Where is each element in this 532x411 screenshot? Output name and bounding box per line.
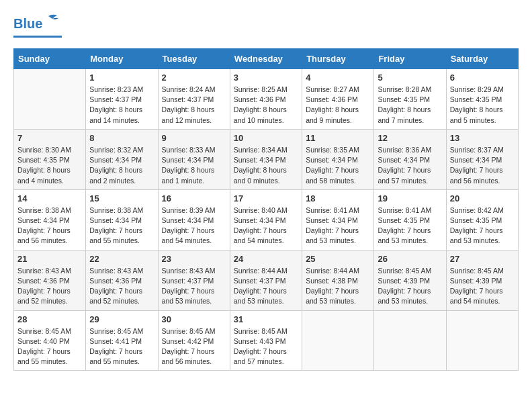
calendar-cell: 26Sunrise: 8:45 AM Sunset: 4:39 PM Dayli… — [374, 250, 446, 310]
day-info: Sunrise: 8:35 AM Sunset: 4:34 PM Dayligh… — [306, 145, 370, 186]
day-number: 6 — [450, 73, 515, 83]
calendar-cell: 25Sunrise: 8:44 AM Sunset: 4:38 PM Dayli… — [302, 250, 374, 310]
day-info: Sunrise: 8:28 AM Sunset: 4:35 PM Dayligh… — [378, 85, 442, 126]
calendar-cell: 18Sunrise: 8:41 AM Sunset: 4:34 PM Dayli… — [302, 189, 374, 250]
day-number: 3 — [234, 73, 298, 83]
day-number: 19 — [378, 193, 442, 203]
calendar-cell: 24Sunrise: 8:44 AM Sunset: 4:37 PM Dayli… — [230, 250, 302, 310]
day-info: Sunrise: 8:23 AM Sunset: 4:37 PM Dayligh… — [89, 85, 154, 126]
day-number: 28 — [17, 314, 82, 324]
logo: Blue — [13, 13, 62, 38]
day-number: 18 — [306, 193, 370, 203]
day-number: 13 — [450, 133, 515, 143]
calendar-cell: 7Sunrise: 8:30 AM Sunset: 4:35 PM Daylig… — [14, 129, 86, 189]
calendar-cell — [446, 310, 518, 371]
day-info: Sunrise: 8:43 AM Sunset: 4:36 PM Dayligh… — [89, 266, 154, 307]
calendar-cell — [374, 310, 446, 371]
day-of-week-header: Wednesday — [230, 49, 302, 69]
day-info: Sunrise: 8:32 AM Sunset: 4:34 PM Dayligh… — [89, 145, 154, 186]
day-info: Sunrise: 8:41 AM Sunset: 4:34 PM Dayligh… — [306, 205, 370, 246]
page-header: Blue — [13, 13, 519, 38]
day-info: Sunrise: 8:37 AM Sunset: 4:34 PM Dayligh… — [450, 145, 515, 186]
calendar-cell: 13Sunrise: 8:37 AM Sunset: 4:34 PM Dayli… — [446, 129, 518, 189]
day-number: 30 — [162, 314, 226, 324]
day-number: 1 — [89, 73, 154, 83]
calendar-week-row: 28Sunrise: 8:45 AM Sunset: 4:40 PM Dayli… — [14, 310, 519, 371]
calendar-cell: 11Sunrise: 8:35 AM Sunset: 4:34 PM Dayli… — [302, 129, 374, 189]
day-info: Sunrise: 8:25 AM Sunset: 4:36 PM Dayligh… — [234, 85, 298, 126]
day-info: Sunrise: 8:44 AM Sunset: 4:38 PM Dayligh… — [306, 266, 370, 307]
day-number: 27 — [450, 254, 515, 264]
calendar-cell: 2Sunrise: 8:24 AM Sunset: 4:37 PM Daylig… — [158, 69, 230, 130]
day-info: Sunrise: 8:38 AM Sunset: 4:34 PM Dayligh… — [17, 205, 82, 246]
day-number: 10 — [234, 133, 298, 143]
calendar-cell — [302, 310, 374, 371]
calendar-cell: 10Sunrise: 8:34 AM Sunset: 4:34 PM Dayli… — [230, 129, 302, 189]
day-info: Sunrise: 8:45 AM Sunset: 4:39 PM Dayligh… — [378, 266, 442, 307]
day-info: Sunrise: 8:45 AM Sunset: 4:40 PM Dayligh… — [17, 326, 82, 367]
calendar-cell: 6Sunrise: 8:29 AM Sunset: 4:35 PM Daylig… — [446, 69, 518, 130]
svg-text:Blue: Blue — [13, 16, 42, 31]
day-number: 20 — [450, 193, 515, 203]
calendar-table: SundayMondayTuesdayWednesdayThursdayFrid… — [13, 48, 519, 371]
day-number: 11 — [306, 133, 370, 143]
calendar-cell: 28Sunrise: 8:45 AM Sunset: 4:40 PM Dayli… — [14, 310, 86, 371]
calendar-cell: 16Sunrise: 8:39 AM Sunset: 4:34 PM Dayli… — [158, 189, 230, 250]
day-info: Sunrise: 8:45 AM Sunset: 4:42 PM Dayligh… — [162, 326, 226, 367]
calendar-week-row: 1Sunrise: 8:23 AM Sunset: 4:37 PM Daylig… — [14, 69, 519, 130]
day-of-week-header: Saturday — [446, 49, 518, 69]
logo-blue-text: Blue — [13, 13, 60, 35]
day-number: 29 — [89, 314, 154, 324]
day-info: Sunrise: 8:42 AM Sunset: 4:35 PM Dayligh… — [450, 205, 515, 246]
calendar-cell: 9Sunrise: 8:33 AM Sunset: 4:34 PM Daylig… — [158, 129, 230, 189]
calendar-cell: 29Sunrise: 8:45 AM Sunset: 4:41 PM Dayli… — [86, 310, 158, 371]
day-info: Sunrise: 8:27 AM Sunset: 4:36 PM Dayligh… — [306, 85, 370, 126]
calendar-cell: 19Sunrise: 8:41 AM Sunset: 4:35 PM Dayli… — [374, 189, 446, 250]
calendar-cell: 30Sunrise: 8:45 AM Sunset: 4:42 PM Dayli… — [158, 310, 230, 371]
day-number: 14 — [17, 193, 82, 203]
calendar-cell: 5Sunrise: 8:28 AM Sunset: 4:35 PM Daylig… — [374, 69, 446, 130]
day-info: Sunrise: 8:45 AM Sunset: 4:41 PM Dayligh… — [89, 326, 154, 367]
day-info: Sunrise: 8:45 AM Sunset: 4:43 PM Dayligh… — [234, 326, 298, 367]
day-info: Sunrise: 8:40 AM Sunset: 4:34 PM Dayligh… — [234, 205, 298, 246]
calendar-cell: 21Sunrise: 8:43 AM Sunset: 4:36 PM Dayli… — [14, 250, 86, 310]
day-number: 12 — [378, 133, 442, 143]
calendar-cell — [14, 69, 86, 130]
day-info: Sunrise: 8:41 AM Sunset: 4:35 PM Dayligh… — [378, 205, 442, 246]
day-number: 4 — [306, 73, 370, 83]
day-number: 16 — [162, 193, 226, 203]
day-info: Sunrise: 8:39 AM Sunset: 4:34 PM Dayligh… — [162, 205, 226, 246]
day-number: 23 — [162, 254, 226, 264]
day-number: 31 — [234, 314, 298, 324]
calendar-week-row: 7Sunrise: 8:30 AM Sunset: 4:35 PM Daylig… — [14, 129, 519, 189]
day-info: Sunrise: 8:45 AM Sunset: 4:39 PM Dayligh… — [450, 266, 515, 307]
day-number: 24 — [234, 254, 298, 264]
day-info: Sunrise: 8:43 AM Sunset: 4:37 PM Dayligh… — [162, 266, 226, 307]
day-of-week-header: Friday — [374, 49, 446, 69]
day-number: 21 — [17, 254, 82, 264]
day-number: 5 — [378, 73, 442, 83]
day-number: 25 — [306, 254, 370, 264]
day-info: Sunrise: 8:24 AM Sunset: 4:37 PM Dayligh… — [162, 85, 226, 126]
day-number: 9 — [162, 133, 226, 143]
calendar-cell: 14Sunrise: 8:38 AM Sunset: 4:34 PM Dayli… — [14, 189, 86, 250]
calendar-cell: 23Sunrise: 8:43 AM Sunset: 4:37 PM Dayli… — [158, 250, 230, 310]
day-info: Sunrise: 8:34 AM Sunset: 4:34 PM Dayligh… — [234, 145, 298, 186]
day-info: Sunrise: 8:30 AM Sunset: 4:35 PM Dayligh… — [17, 145, 82, 186]
logo-underline — [13, 36, 62, 38]
day-info: Sunrise: 8:29 AM Sunset: 4:35 PM Dayligh… — [450, 85, 515, 126]
calendar-cell: 31Sunrise: 8:45 AM Sunset: 4:43 PM Dayli… — [230, 310, 302, 371]
day-of-week-header: Tuesday — [158, 49, 230, 69]
day-of-week-header: Thursday — [302, 49, 374, 69]
day-info: Sunrise: 8:43 AM Sunset: 4:36 PM Dayligh… — [17, 266, 82, 307]
calendar-week-row: 14Sunrise: 8:38 AM Sunset: 4:34 PM Dayli… — [14, 189, 519, 250]
day-number: 7 — [17, 133, 82, 143]
day-number: 15 — [89, 193, 154, 203]
day-of-week-header: Monday — [86, 49, 158, 69]
day-number: 22 — [89, 254, 154, 264]
calendar-cell: 17Sunrise: 8:40 AM Sunset: 4:34 PM Dayli… — [230, 189, 302, 250]
day-info: Sunrise: 8:38 AM Sunset: 4:34 PM Dayligh… — [89, 205, 154, 246]
calendar-week-row: 21Sunrise: 8:43 AM Sunset: 4:36 PM Dayli… — [14, 250, 519, 310]
calendar-cell: 1Sunrise: 8:23 AM Sunset: 4:37 PM Daylig… — [86, 69, 158, 130]
calendar-header-row: SundayMondayTuesdayWednesdayThursdayFrid… — [14, 49, 519, 69]
